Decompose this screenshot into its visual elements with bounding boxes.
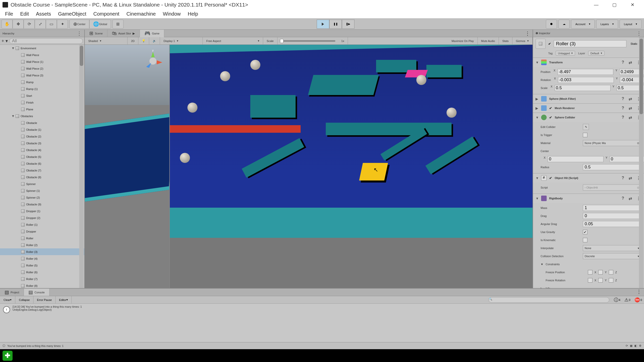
scene-view[interactable]: y bbox=[85, 45, 170, 288]
maximize-on-play-toggle[interactable]: Maximize On Play bbox=[448, 37, 478, 45]
collab-button[interactable]: ⬢ bbox=[546, 20, 557, 29]
menu-component[interactable]: Component bbox=[90, 10, 123, 18]
menu-cinemachine[interactable]: Cinemachine bbox=[123, 10, 159, 18]
hierarchy-options-icon[interactable]: ⋮ bbox=[77, 30, 82, 36]
audio-toggle[interactable]: 🔊 bbox=[149, 37, 160, 45]
mass-field[interactable] bbox=[583, 205, 641, 211]
hierarchy-item[interactable]: Start bbox=[0, 92, 84, 99]
hierarchy-item[interactable]: ▼Environment bbox=[0, 45, 84, 52]
hierarchy-item[interactable]: Roller (6) bbox=[0, 269, 84, 276]
hierarchy-item[interactable]: Spinner (2) bbox=[0, 194, 84, 201]
hierarchy-item[interactable]: Obstacle (5) bbox=[0, 153, 84, 160]
is-kinematic-checkbox[interactable] bbox=[583, 238, 587, 242]
hierarchy-tree[interactable]: ▼EnvironmentWall PieceWall Piece (1)Wall… bbox=[0, 45, 84, 288]
tab-game[interactable]: 🎮 Game bbox=[140, 30, 164, 37]
hierarchy-item[interactable]: Roller (2) bbox=[0, 242, 84, 248]
taskbar-app-icon[interactable]: ✚ bbox=[3, 351, 13, 361]
minimize-button[interactable]: — bbox=[587, 0, 605, 10]
script-field[interactable]: ▫ ObjectHit⊙ bbox=[583, 185, 641, 191]
position-x-field[interactable] bbox=[557, 69, 613, 75]
close-button[interactable]: ✕ bbox=[623, 0, 641, 10]
freeze-pos-y-checkbox[interactable] bbox=[598, 270, 603, 275]
editor-dropdown[interactable]: Editor ▾ bbox=[56, 296, 72, 304]
use-gravity-checkbox[interactable]: ✔ bbox=[583, 230, 587, 234]
hierarchy-item[interactable]: Roller (7) bbox=[0, 276, 84, 282]
layers-dropdown[interactable]: Layers▾ bbox=[596, 20, 618, 29]
freeze-rot-y-checkbox[interactable] bbox=[598, 278, 603, 283]
hierarchy-item[interactable]: Ramp (1) bbox=[0, 85, 84, 92]
error-count[interactable]: ⛔ 0 bbox=[632, 297, 644, 303]
error-pause-button[interactable]: Error Pause bbox=[33, 296, 56, 304]
freeze-pos-x-checkbox[interactable] bbox=[588, 270, 592, 275]
gameobject-enabled-checkbox[interactable]: ✔ bbox=[548, 42, 551, 46]
hierarchy-item[interactable]: Obstacle (7) bbox=[0, 167, 84, 174]
hierarchy-item[interactable]: Roller (4) bbox=[0, 255, 84, 262]
hierarchy-scrollbar[interactable] bbox=[79, 45, 84, 288]
collision-detection-dropdown[interactable]: Discrete▾ bbox=[583, 253, 641, 259]
inspector-scrollbar[interactable] bbox=[639, 37, 643, 288]
hierarchy-item[interactable]: Dropper (1) bbox=[0, 208, 84, 214]
menu-window[interactable]: Window bbox=[159, 10, 184, 18]
hierarchy-item[interactable]: Finish bbox=[0, 99, 84, 106]
sphere-collider-enabled-checkbox[interactable]: ✔ bbox=[549, 115, 552, 119]
hierarchy-item[interactable]: Wall Piece bbox=[0, 52, 84, 58]
menu-assets[interactable]: Assets bbox=[32, 10, 55, 18]
display-dropdown[interactable]: Display 1 ▾ bbox=[160, 37, 203, 45]
status-icon[interactable]: ⟳ bbox=[626, 344, 628, 347]
maximize-button[interactable]: ▢ bbox=[605, 0, 623, 10]
tab-project[interactable]: ▧ Project bbox=[0, 289, 24, 296]
tab-console[interactable]: ▤ Console bbox=[24, 289, 49, 296]
layout-dropdown[interactable]: Layout▾ bbox=[620, 20, 641, 29]
pause-button[interactable]: ❚❚ bbox=[329, 20, 342, 29]
hierarchy-item[interactable]: Dropper bbox=[0, 228, 84, 235]
hierarchy-item[interactable]: Obstacle bbox=[0, 119, 84, 126]
menu-gameobject[interactable]: GameObject bbox=[55, 10, 90, 18]
rect-tool[interactable]: ▭ bbox=[46, 20, 57, 29]
hierarchy-item[interactable]: Roller (5) bbox=[0, 262, 84, 269]
center-x-field[interactable] bbox=[548, 156, 603, 162]
hierarchy-item[interactable]: Obstacle (2) bbox=[0, 133, 84, 140]
orientation-gizmo-icon[interactable]: y bbox=[142, 50, 164, 72]
hierarchy-item[interactable]: Wall Piece (3) bbox=[0, 72, 84, 79]
menu-edit[interactable]: Edit bbox=[17, 10, 32, 18]
clear-button[interactable]: Clear ▾ bbox=[0, 296, 15, 304]
hierarchy-item[interactable]: Roller (1) bbox=[0, 221, 84, 228]
menu-help[interactable]: Help bbox=[184, 10, 202, 18]
console-search-input[interactable]: 🔍 bbox=[489, 297, 609, 303]
radius-field[interactable] bbox=[583, 164, 641, 170]
local-global-toggle[interactable]: 🌐 Global bbox=[89, 20, 111, 29]
hierarchy-item[interactable]: Spinner (1) bbox=[0, 187, 84, 194]
hierarchy-item[interactable]: Roller bbox=[0, 235, 84, 242]
shading-mode-dropdown[interactable]: Shaded▾ bbox=[85, 37, 128, 45]
scale-tool[interactable]: ⤢ bbox=[35, 20, 46, 29]
hierarchy-item[interactable]: ▼Obstacles bbox=[0, 113, 84, 119]
tag-dropdown[interactable]: Untagged▾ bbox=[556, 51, 575, 56]
layer-dropdown[interactable]: Default▾ bbox=[588, 51, 605, 56]
edit-collider-button[interactable]: ✎ bbox=[583, 124, 589, 130]
collapse-button[interactable]: Collapse bbox=[15, 296, 33, 304]
step-button[interactable]: ❚▶ bbox=[342, 20, 354, 29]
hierarchy-search-input[interactable] bbox=[9, 38, 83, 44]
transform-tool[interactable]: ✦ bbox=[57, 20, 68, 29]
preset-icon[interactable]: ⇄ bbox=[628, 60, 633, 65]
hierarchy-item[interactable]: Spinner bbox=[0, 180, 84, 187]
rotation-x-field[interactable] bbox=[558, 77, 614, 83]
mesh-renderer-enabled-checkbox[interactable]: ✔ bbox=[549, 106, 552, 110]
hierarchy-item[interactable]: Wall Piece (2) bbox=[0, 65, 84, 72]
inspector-options-icon[interactable]: ⋮ bbox=[636, 30, 641, 36]
rotate-tool[interactable]: ⟳ bbox=[24, 20, 35, 29]
hierarchy-tab[interactable]: Hierarchy bbox=[3, 32, 14, 35]
freeze-pos-z-checkbox[interactable] bbox=[609, 270, 613, 275]
freeze-rot-x-checkbox[interactable] bbox=[588, 278, 592, 283]
aspect-dropdown[interactable]: Free Aspect▾ bbox=[203, 37, 263, 45]
freeze-rot-z-checkbox[interactable] bbox=[609, 278, 613, 283]
move-tool[interactable]: ✥ bbox=[13, 20, 24, 29]
pivot-center-toggle[interactable]: ⊕ Center bbox=[69, 20, 89, 29]
drag-field[interactable] bbox=[583, 213, 641, 219]
status-icon[interactable]: ⚙ bbox=[639, 344, 641, 347]
gizmos-dropdown[interactable]: Gizmos ▾ bbox=[512, 37, 533, 45]
hierarchy-item[interactable]: Obstacle (8) bbox=[0, 174, 84, 180]
gameobject-name-field[interactable] bbox=[554, 40, 626, 47]
hierarchy-item[interactable]: Obstacle (6) bbox=[0, 160, 84, 167]
inspector-tab[interactable]: ❶ Inspector bbox=[536, 32, 550, 35]
